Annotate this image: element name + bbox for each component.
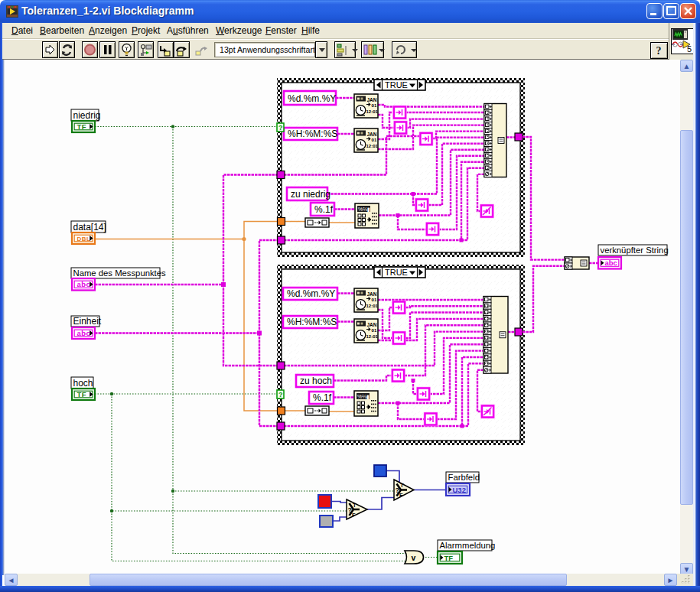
svg-text:v: v [412,553,416,562]
svg-text:hoch: hoch [73,378,93,389]
svg-text:JAN: JAN [367,132,377,137]
svg-text:01: 01 [372,327,377,333]
svg-text:Farbfeld: Farbfeld [448,473,480,482]
svg-text:Name des Messpunktes: Name des Messpunktes [73,268,167,278]
svg-text:12:01: 12:01 [366,144,379,148]
svg-text:TRUE: TRUE [385,268,408,277]
svg-text:?: ? [656,45,662,57]
svg-text:%H:%M:%S: %H:%M:%S [288,128,337,139]
svg-text:Einheit: Einheit [73,316,102,327]
svg-text:01: 01 [372,297,377,302]
svg-text:%d.%m.%Y: %d.%m.%Y [287,288,335,299]
svg-text:JAN: JAN [367,322,377,327]
svg-text:abc: abc [605,259,617,267]
svg-text:12:01: 12:01 [366,109,379,114]
svg-text:JAN: JAN [367,291,377,297]
svg-text:%H:%M:%S: %H:%M:%S [287,317,337,327]
svg-text:?: ? [278,124,283,132]
svg-text:F: F [352,512,356,519]
svg-text:01: 01 [372,102,377,108]
svg-text:niedrig: niedrig [73,110,101,121]
svg-text:?: ? [278,391,283,398]
svg-text:zu niedrig: zu niedrig [291,189,330,200]
svg-text:TRUE: TRUE [385,80,408,89]
svg-text:zu hoch: zu hoch [300,376,332,386]
svg-text:Alarmmeldung: Alarmmeldung [440,541,496,550]
svg-text:DBL: DBL [77,236,91,242]
svg-text:abc: abc [77,329,91,337]
svg-text:%.1f: %.1f [314,204,334,215]
svg-text:U32: U32 [453,486,466,494]
svg-text:T: T [353,502,357,509]
svg-text:12:01: 12:01 [366,334,379,339]
svg-text:%d.%m.%Y: %d.%m.%Y [288,93,336,104]
svg-text:F: F [399,492,403,499]
svg-text:01: 01 [372,137,377,142]
svg-text:%.1f: %.1f [313,392,332,403]
svg-text:abc: abc [77,280,91,288]
svg-text:%⅔▮: %⅔▮ [357,394,370,399]
svg-text:verknüpfter String: verknüpfter String [601,246,669,255]
svg-text:%⅔▮: %⅔▮ [358,207,370,212]
svg-text:5: 5 [687,44,692,53]
svg-text:JAN: JAN [367,97,377,102]
svg-text:data[14]: data[14] [73,222,106,233]
svg-text:TF: TF [77,390,87,398]
svg-text:TF: TF [444,554,454,562]
svg-text:12:01: 12:01 [366,304,379,308]
svg-text:T: T [400,482,404,489]
svg-text:TF: TF [77,122,87,131]
